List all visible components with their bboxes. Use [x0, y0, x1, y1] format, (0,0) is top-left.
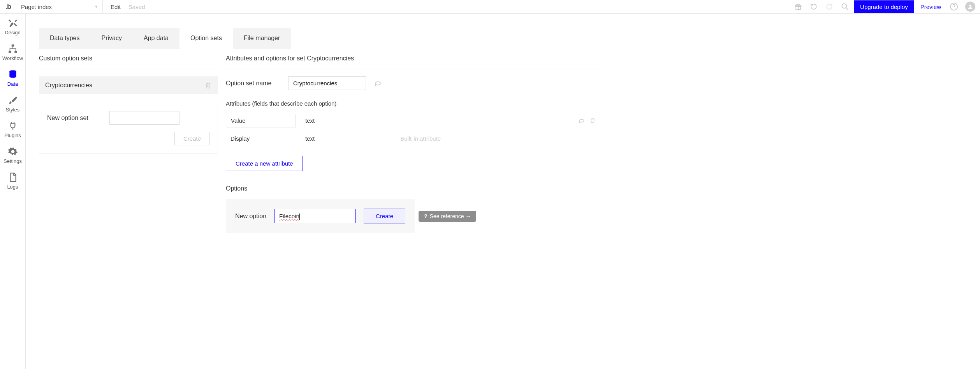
new-set-row: New option set — [47, 111, 210, 125]
create-option-button[interactable]: Create — [364, 208, 405, 224]
divider — [226, 69, 600, 69]
nav-label: Settings — [4, 158, 22, 164]
trash-icon[interactable] — [589, 117, 596, 124]
chevron-down-icon: ▼ — [94, 4, 99, 9]
new-set-label: New option set — [47, 115, 102, 122]
cross-tools-icon — [8, 18, 18, 28]
brush-icon — [8, 95, 18, 105]
help-icon: ? — [424, 213, 428, 219]
attribute-row: Value text — [226, 111, 600, 130]
svg-point-7 — [969, 5, 971, 7]
app-shell: Design Workflow Data Styles Plugins — [0, 14, 980, 369]
nav-label: Workflow — [2, 55, 23, 61]
options-label: Options — [226, 185, 600, 192]
nav-item-logs[interactable]: Logs — [0, 168, 25, 194]
create-set-button[interactable]: Create — [174, 132, 210, 145]
attribute-type: text — [305, 135, 383, 142]
tab-datatypes[interactable]: Data types — [39, 28, 90, 49]
nav-label: Design — [5, 30, 20, 35]
nav-item-design[interactable]: Design — [0, 14, 25, 39]
upgrade-button[interactable]: Upgrade to deploy — [854, 0, 914, 13]
edit-link[interactable]: Edit — [106, 4, 125, 10]
user-avatar[interactable] — [965, 2, 975, 12]
flowchart-icon — [8, 44, 18, 54]
set-name-label: Option set name — [226, 80, 280, 87]
option-sets-panel: Custom option sets Cryptocurrencies New … — [39, 55, 980, 233]
option-set-row[interactable]: Cryptocurrencies — [39, 76, 218, 94]
nav-label: Logs — [7, 184, 18, 190]
attribute-type: text — [305, 117, 383, 124]
new-option-input[interactable] — [274, 209, 356, 223]
document-icon — [8, 172, 18, 182]
nav-item-settings[interactable]: Settings — [0, 142, 25, 168]
set-detail-column: Attributes and options for set Cryptocur… — [226, 55, 600, 233]
nav-item-plugins[interactable]: Plugins — [0, 117, 25, 142]
new-option-box: New option Filecoin Create — [226, 199, 415, 233]
data-tabs: Data types Privacy App data Option sets … — [39, 28, 980, 49]
comment-icon[interactable] — [374, 79, 382, 87]
svg-point-3 — [842, 4, 847, 9]
set-name-row: Option set name — [226, 76, 600, 90]
new-set-input[interactable] — [109, 111, 179, 125]
new-set-box: New option set Create — [39, 103, 218, 154]
svg-point-6 — [954, 8, 954, 9]
svg-rect-8 — [11, 44, 14, 46]
tab-appdata[interactable]: App data — [133, 28, 179, 49]
help-icon[interactable] — [947, 0, 961, 13]
svg-rect-10 — [14, 51, 17, 53]
divider — [39, 69, 218, 69]
tab-filemanager[interactable]: File manager — [233, 28, 291, 49]
option-set-name: Cryptocurrencies — [45, 82, 92, 89]
main-panel: Data types Privacy App data Option sets … — [26, 14, 980, 369]
attribute-name: Display — [226, 132, 296, 145]
see-reference-tooltip[interactable]: ? See reference → — [419, 211, 476, 222]
builtin-badge: Built-in attribute — [400, 135, 441, 142]
comment-icon[interactable] — [578, 117, 585, 124]
topbar-right: Upgrade to deploy Preview — [792, 0, 978, 13]
search-icon[interactable] — [838, 0, 852, 13]
topbar-left: .b Page: index ▼ Edit Saved — [2, 0, 145, 14]
nav-label: Styles — [6, 107, 19, 113]
tab-optionsets[interactable]: Option sets — [179, 28, 233, 49]
tab-privacy[interactable]: Privacy — [90, 28, 132, 49]
page-name: index — [38, 4, 52, 10]
attribute-row: Display text Built-in attribute — [226, 130, 600, 147]
left-nav: Design Workflow Data Styles Plugins — [0, 14, 26, 369]
sets-list-column: Custom option sets Cryptocurrencies New … — [39, 55, 218, 233]
svg-line-4 — [846, 8, 848, 10]
trash-icon[interactable] — [205, 82, 212, 89]
redo-icon[interactable] — [823, 0, 836, 13]
nav-label: Plugins — [4, 132, 21, 138]
gift-icon[interactable] — [792, 0, 805, 13]
set-name-input[interactable] — [288, 76, 366, 90]
plug-icon — [8, 121, 18, 131]
custom-sets-title: Custom option sets — [39, 55, 218, 62]
undo-icon[interactable] — [807, 0, 820, 13]
gear-icon — [8, 147, 18, 157]
detail-title-prefix: Attributes and options for set — [226, 55, 307, 62]
page-prefix: Page: — [21, 4, 36, 10]
create-attribute-button[interactable]: Create a new attribute — [226, 156, 303, 171]
attributes-label: Attributes (fields that describe each op… — [226, 100, 600, 107]
nav-label: Data — [7, 81, 18, 87]
preview-link[interactable]: Preview — [917, 4, 945, 10]
attribute-name-input[interactable]: Value — [226, 114, 296, 127]
svg-rect-9 — [9, 51, 11, 53]
saved-status: Saved — [128, 4, 145, 10]
nav-item-data[interactable]: Data — [0, 65, 25, 91]
detail-title: Attributes and options for set Cryptocur… — [226, 55, 600, 62]
nav-item-styles[interactable]: Styles — [0, 91, 25, 117]
topbar: .b Page: index ▼ Edit Saved Upgrade to d… — [0, 0, 980, 14]
new-option-label: New option — [235, 213, 266, 220]
nav-item-workflow[interactable]: Workflow — [0, 39, 25, 65]
page-selector[interactable]: Page: index ▼ — [17, 0, 103, 14]
database-icon — [8, 69, 18, 79]
attribute-actions — [578, 117, 600, 124]
logo-icon[interactable]: .b — [2, 3, 14, 11]
detail-title-set: Cryptocurrencies — [307, 55, 354, 62]
see-reference-text: See reference → — [430, 213, 471, 219]
